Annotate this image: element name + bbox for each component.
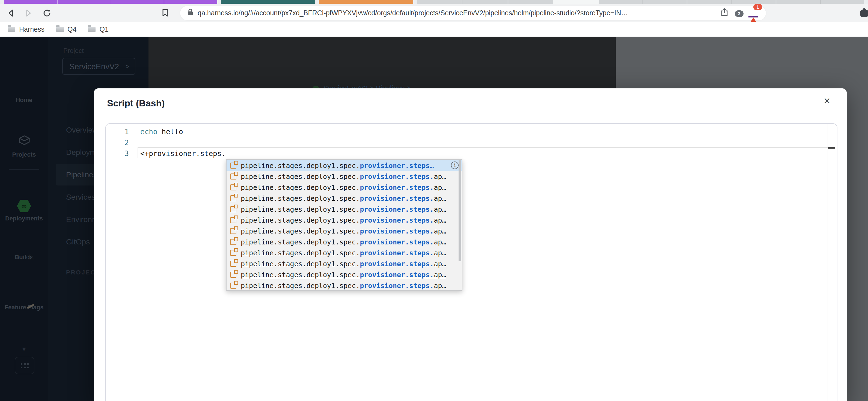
browser-tab[interactable] <box>732 0 776 4</box>
forward-button[interactable] <box>22 4 35 22</box>
cursor-ruler-marker <box>828 147 835 149</box>
suggestion-prefix: pipeline.stages.deploy1.spec. <box>241 172 360 180</box>
suggestion-info-icon[interactable]: i <box>451 162 459 169</box>
browser-tab[interactable] <box>319 0 413 4</box>
suggestion-prefix: pipeline.stages.deploy1.spec. <box>241 281 360 290</box>
code-line[interactable]: 2 <box>106 137 826 148</box>
scrollbar-thumb[interactable] <box>459 160 461 261</box>
suggestion-suffix: ap… <box>434 238 446 246</box>
bookmark-item-q4[interactable]: Q4 <box>56 25 76 33</box>
browser-tab[interactable] <box>58 0 112 4</box>
browser-tab[interactable] <box>164 0 218 4</box>
browser-tab[interactable] <box>508 0 553 4</box>
suggest-widget: pipeline.stages.deploy1.spec.provisioner… <box>226 159 462 291</box>
suggestion-item[interactable]: pipeline.stages.deploy1.spec.provisioner… <box>226 203 462 214</box>
browser-tab[interactable] <box>820 0 864 4</box>
suggestion-text: pipeline.stages.deploy1.spec.provisioner… <box>241 227 446 235</box>
back-button[interactable] <box>4 4 18 22</box>
suggestion-prefix: pipeline.stages.deploy1.spec. <box>241 161 360 169</box>
overview-ruler <box>828 124 828 401</box>
shield-badge: 3 <box>735 10 744 17</box>
reload-button[interactable] <box>40 4 54 22</box>
browser-toolbar: qa.harness.io/ng/#/account/px7xd_BFRCi-p… <box>0 4 868 22</box>
browser-tab[interactable] <box>553 0 599 4</box>
suggestion-match: provisioner.steps. <box>360 227 434 235</box>
browser-tab[interactable] <box>643 0 687 4</box>
suggestion-suffix: ap… <box>434 270 446 278</box>
browser-tab-group[interactable] <box>553 0 599 4</box>
suggestion-item[interactable]: pipeline.stages.deploy1.spec.provisioner… <box>226 280 462 291</box>
bookmark-label: Q4 <box>67 25 76 33</box>
snippet-icon <box>230 184 237 190</box>
browser-tab[interactable] <box>4 0 58 4</box>
suggestion-suffix: ap… <box>434 281 446 290</box>
browser-tab[interactable] <box>111 0 164 4</box>
browser-tab[interactable] <box>599 0 643 4</box>
bookmark-item-q1[interactable]: Q1 <box>88 25 108 33</box>
browser-tab[interactable] <box>417 0 463 4</box>
suggestion-item[interactable]: pipeline.stages.deploy1.spec.provisioner… <box>226 193 462 203</box>
suggestion-item[interactable]: pipeline.stages.deploy1.spec.provisioner… <box>226 225 462 236</box>
suggestion-item[interactable]: pipeline.stages.deploy1.spec.provisioner… <box>226 171 462 182</box>
suggestion-text: pipeline.stages.deploy1.spec.provisioner… <box>241 216 446 224</box>
suggestion-item[interactable]: pipeline.stages.deploy1.spec.provisioner… <box>226 247 462 258</box>
suggestion-suffix: ap… <box>434 248 446 257</box>
extensions-icon[interactable] <box>860 10 868 17</box>
browser-tab[interactable] <box>463 0 508 4</box>
divider <box>734 9 734 18</box>
browser-tab-group[interactable] <box>4 0 217 4</box>
suggestion-prefix: pipeline.stages.deploy1.spec. <box>241 183 360 191</box>
suggestion-text: pipeline.stages.deploy1.spec.provisioner… <box>241 194 446 202</box>
snippet-icon <box>230 261 237 267</box>
snippet-icon <box>230 195 237 201</box>
url-text[interactable]: qa.harness.io/ng/#/account/px7xd_BFRCi-p… <box>197 9 721 17</box>
folder-icon <box>8 27 15 32</box>
suggestion-item[interactable]: pipeline.stages.deploy1.spec.provisioner… <box>226 258 462 269</box>
url-bar[interactable]: qa.harness.io/ng/#/account/px7xd_BFRCi-p… <box>180 6 766 20</box>
suggestion-prefix: pipeline.stages.deploy1.spec. <box>241 227 360 235</box>
snippet-icon <box>230 162 237 168</box>
code-line[interactable]: 1 echo hello <box>106 127 826 137</box>
suggestion-text: pipeline.stages.deploy1.spec.provisioner… <box>241 281 446 290</box>
code-line[interactable]: 3 <+provisioner.steps. <box>106 148 826 159</box>
suggestion-match: provisioner.steps. <box>360 205 434 213</box>
suggestion-prefix: pipeline.stages.deploy1.spec. <box>241 238 360 246</box>
snippet-icon <box>230 249 237 256</box>
modal-title: Script (Bash) <box>107 98 165 109</box>
bookmark-item-harness[interactable]: Harness <box>8 25 44 33</box>
bookmark-icon[interactable] <box>158 4 172 22</box>
browser-tab-group[interactable] <box>319 0 413 4</box>
snippet-icon <box>230 173 237 179</box>
suggestion-prefix: pipeline.stages.deploy1.spec. <box>241 194 360 202</box>
suggestion-suffix: ap… <box>434 205 446 213</box>
share-icon[interactable] <box>721 8 728 19</box>
browser-tab-group[interactable] <box>221 0 315 4</box>
suggestion-suffix: ap… <box>434 172 446 180</box>
code-text: echo hello <box>140 128 183 136</box>
suggestion-item[interactable]: pipeline.stages.deploy1.spec.provisioner… <box>226 269 462 280</box>
snippet-icon <box>230 239 237 245</box>
script-editor[interactable]: 1 echo hello 2 3 <+provisioner.steps. <box>105 123 837 401</box>
suggestion-prefix: pipeline.stages.deploy1.spec. <box>241 216 360 224</box>
browser-tab-strip[interactable] <box>0 0 868 4</box>
suggestion-prefix: pipeline.stages.deploy1.spec. <box>241 248 360 257</box>
suggestion-suffix: ap… <box>434 216 446 224</box>
browser-tab-group[interactable] <box>417 0 553 4</box>
suggestion-item[interactable]: pipeline.stages.deploy1.spec.provisioner… <box>226 182 462 193</box>
suggestion-text: pipeline.stages.deploy1.spec.provisioner… <box>241 260 446 268</box>
close-icon[interactable]: × <box>824 95 830 106</box>
browser-tab[interactable] <box>776 0 820 4</box>
suggestion-prefix: pipeline.stages.deploy1.spec. <box>241 205 360 213</box>
suggestion-text: pipeline.stages.deploy1.spec.provisioner… <box>241 248 446 257</box>
snippet-icon <box>230 206 237 212</box>
browser-tab[interactable] <box>688 0 732 4</box>
suggestion-item[interactable]: pipeline.stages.deploy1.spec.provisioner… <box>226 214 462 225</box>
suggestion-item[interactable]: pipeline.stages.deploy1.spec.provisioner… <box>226 160 462 171</box>
suggestion-text: pipeline.stages.deploy1.spec.provisioner… <box>241 238 446 246</box>
browser-tab-group[interactable] <box>599 0 864 4</box>
suggestion-match: provisioner.steps. <box>360 183 434 191</box>
browser-tab[interactable] <box>221 0 315 4</box>
suggestion-match: provisioner.steps. <box>360 260 434 268</box>
bat-rewards-icon[interactable]: 1 <box>748 8 758 18</box>
suggestion-item[interactable]: pipeline.stages.deploy1.spec.provisioner… <box>226 236 462 247</box>
